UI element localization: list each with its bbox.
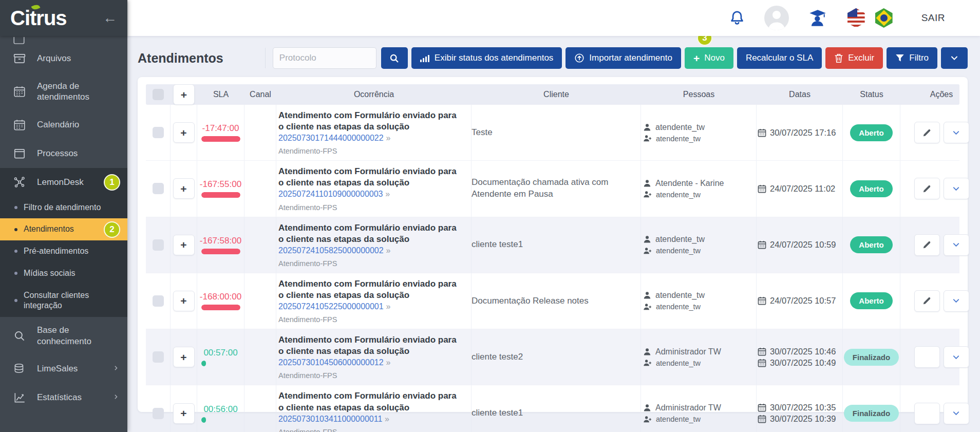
logout-button[interactable]: SAIR (921, 12, 945, 24)
protocol-link[interactable]: 20250724105225000000001 (278, 302, 384, 311)
sla-progress-bar (201, 361, 240, 366)
occurrence-title: Atendimento com Formulário enviado para … (278, 110, 463, 144)
expand-row-button[interactable]: + (173, 347, 195, 367)
language-flag-br-icon[interactable] (875, 8, 893, 28)
sla-progress-bar (201, 249, 240, 254)
select-all-checkbox[interactable] (153, 89, 164, 100)
protocol-link[interactable]: 20250724105825000000002 (278, 246, 384, 255)
protocol-link-arrow[interactable]: » (385, 190, 390, 198)
sidebar-item-arquivos[interactable]: Arquivos (0, 44, 127, 73)
protocol-link-arrow[interactable]: » (386, 358, 390, 367)
sidebar-item-label: Calendário (37, 119, 79, 130)
edit-button[interactable] (914, 178, 940, 199)
column-header-sla: SLA (197, 90, 244, 99)
column-header-status: Status (843, 90, 900, 99)
row-checkbox[interactable] (153, 127, 164, 138)
edit-button[interactable] (914, 346, 940, 368)
import-label: Importar atendimento (589, 53, 672, 63)
row-checkbox[interactable] (153, 183, 164, 194)
column-header-acoes: Ações (900, 90, 980, 99)
sidebar-item-base-de-conhecimento[interactable]: Base de conhecimento (0, 317, 127, 354)
expand-row-button[interactable]: + (173, 122, 195, 143)
show-status-button[interactable]: Exibir status dos atendimentos (411, 47, 562, 69)
sidebar-collapse-icon[interactable]: ← (103, 11, 117, 25)
sidebar-item-filtro-de-atendimento[interactable]: Filtro de atendimento (0, 197, 127, 219)
app-logo[interactable]: Citrus (10, 8, 67, 28)
protocol-link-arrow[interactable]: » (386, 246, 390, 255)
protocol-link-arrow[interactable]: » (386, 134, 390, 142)
sidebar-item-label: Processos (37, 148, 78, 159)
protocol-link[interactable]: 20250730171444000000022 (278, 134, 384, 142)
more-actions-caret-button[interactable] (941, 47, 968, 69)
protocol-link[interactable]: 20250730103411000000011 (278, 415, 382, 423)
column-header-datas: Datas (757, 90, 843, 99)
client-cell: cliente teste1 (472, 385, 641, 432)
chevron-right-icon (112, 363, 119, 374)
expand-row-button[interactable]: + (173, 235, 195, 255)
expand-all-button[interactable]: + (173, 84, 195, 105)
protocol-search-input[interactable] (273, 47, 376, 69)
row-more-caret-button[interactable] (944, 290, 969, 312)
sidebar-item-agenda[interactable]: Agenda de atendimentos (0, 73, 127, 110)
row-more-caret-button[interactable] (944, 403, 969, 424)
avatar[interactable] (764, 6, 789, 30)
person-icon (643, 235, 651, 243)
row-checkbox[interactable] (153, 351, 164, 363)
sidebar-item-lemondesk[interactable]: LemonDesk 1 (0, 168, 127, 197)
sla-bar-fill (201, 136, 240, 142)
person-plus-icon (643, 303, 652, 311)
sidebar-item-consultar-clientes-integracao[interactable]: Consultar clientes integração (0, 285, 127, 317)
sidebar-item-label: Filtro de atendimento (24, 202, 101, 213)
row-more-caret-button[interactable] (944, 122, 969, 143)
canal-cell (244, 273, 276, 329)
protocol-link[interactable]: 20250724110109000000003 (278, 190, 383, 198)
notifications-bell-icon[interactable] (728, 9, 746, 27)
chevron-down-icon (952, 240, 960, 249)
dates-cell: 30/07/2025 10:4630/07/2025 10:49 (757, 329, 843, 385)
attendant-secondary: atendente_tw (643, 135, 756, 143)
language-flag-us-icon[interactable] (847, 8, 865, 28)
edit-icon (922, 128, 932, 138)
delete-button[interactable]: Excluir (825, 47, 883, 69)
expand-row-button[interactable]: + (173, 178, 195, 199)
table-header: + SLA Canal Ocorrência Cliente Pessoas D… (146, 84, 959, 105)
filter-button[interactable]: Filtro (887, 47, 937, 69)
edit-button[interactable] (914, 122, 940, 143)
sidebar-item-atendimentos[interactable]: Atendimentos 2 (0, 218, 127, 240)
search-button[interactable] (381, 47, 408, 69)
expand-row-button[interactable]: + (173, 291, 195, 311)
recalculate-sla-button[interactable]: Recalcular o SLA (737, 47, 822, 69)
import-button[interactable]: Importar atendimento (566, 47, 681, 69)
sidebar-item-estatisticas[interactable]: Estatísticas (0, 383, 127, 412)
row-more-caret-button[interactable] (944, 346, 969, 368)
new-button[interactable]: 3 + Novo (685, 47, 733, 69)
sidebar-item-processos[interactable]: Processos (0, 139, 127, 168)
edit-button[interactable] (914, 234, 940, 256)
column-header-ocorrencia: Ocorrência (276, 90, 472, 99)
sidebar-item-label: Arquivos (37, 53, 71, 64)
attendant-primary: atendente_tw (643, 235, 756, 244)
row-more-caret-button[interactable] (944, 178, 969, 199)
chevron-down-icon (952, 128, 960, 137)
sidebar-item-limesales[interactable]: LimeSales (0, 354, 127, 383)
row-checkbox[interactable] (153, 295, 164, 307)
delete-label: Excluir (848, 53, 874, 63)
row-checkbox[interactable] (153, 239, 164, 251)
expand-row-button[interactable]: + (173, 403, 195, 424)
row-more-caret-button[interactable] (944, 234, 969, 256)
bullet-icon (14, 250, 17, 253)
sidebar-item-calendario[interactable]: Calendário (0, 110, 127, 139)
sidebar-item-pre-atendimentos[interactable]: Pré-atendimentos (0, 240, 127, 262)
sidebar-item-midias-sociais[interactable]: Mídias sociais (0, 262, 127, 285)
occurrence-cell: Atendimento com Formulário enviado para … (276, 217, 472, 273)
canal-cell (244, 105, 276, 160)
protocol-link-arrow[interactable]: » (386, 302, 390, 311)
edit-button[interactable] (914, 403, 940, 424)
protocol-link-arrow[interactable]: » (385, 415, 389, 423)
training-graduate-icon[interactable] (807, 9, 828, 27)
protocol-link[interactable]: 20250730104506000000012 (278, 358, 384, 367)
bullet-icon (14, 206, 17, 209)
edit-button[interactable] (914, 290, 940, 312)
row-checkbox[interactable] (153, 408, 164, 419)
date-line: 24/07/2025 11:02 (758, 184, 842, 194)
